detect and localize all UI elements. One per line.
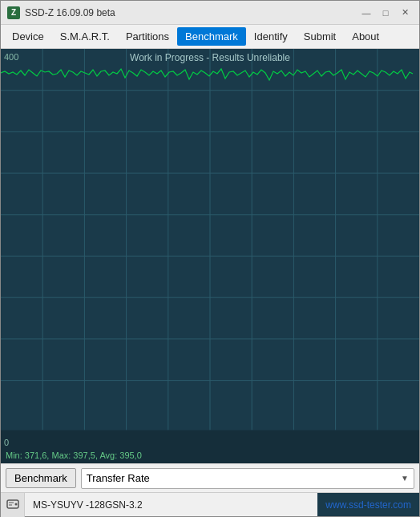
chart-area: Work in Progress - Results Unreliable 40… <box>1 49 419 463</box>
device-label: MS-YSUYV -128GSN-3.2 <box>25 499 317 511</box>
menu-item-partitions[interactable]: Partitions <box>118 27 177 46</box>
status-bar: MS-YSUYV -128GSN-3.2 www.ssd-tester.com <box>1 492 419 516</box>
menu-item-benchmark[interactable]: Benchmark <box>177 27 246 46</box>
status-icon <box>1 493 25 517</box>
window-controls: — □ ✕ <box>358 5 413 21</box>
svg-point-20 <box>14 503 17 505</box>
menu-item-smart[interactable]: S.M.A.R.T. <box>52 27 118 46</box>
chevron-down-icon: ▼ <box>401 474 409 483</box>
menu-item-device[interactable]: Device <box>4 27 52 46</box>
chart-stats: Min: 371,6, Max: 397,5, Avg: 395,0 <box>6 450 142 460</box>
transfer-rate-dropdown[interactable]: Transfer Rate ▼ <box>81 468 414 489</box>
menu-item-about[interactable]: About <box>344 27 387 46</box>
chart-y-min: 0 <box>4 438 9 447</box>
title-bar: Z SSD-Z 16.09.09 beta — □ ✕ <box>1 1 419 25</box>
menu-item-submit[interactable]: Submit <box>296 27 344 46</box>
main-window: Z SSD-Z 16.09.09 beta — □ ✕ Device S.M.A… <box>0 0 420 517</box>
app-icon: Z <box>7 6 20 19</box>
chart-title: Work in Progress - Results Unreliable <box>130 52 290 63</box>
bottom-toolbar: Benchmark Transfer Rate ▼ <box>1 463 419 492</box>
drive-icon <box>6 498 20 512</box>
minimize-button[interactable]: — <box>358 5 374 21</box>
chart-svg <box>1 49 419 463</box>
window-title: SSD-Z 16.09.09 beta <box>25 7 358 18</box>
maximize-button[interactable]: □ <box>378 5 394 21</box>
benchmark-button[interactable]: Benchmark <box>6 468 76 488</box>
dropdown-value: Transfer Rate <box>87 472 150 484</box>
chart-y-max: 400 <box>4 52 18 62</box>
website-link[interactable]: www.ssd-tester.com <box>317 493 419 516</box>
menu-bar: Device S.M.A.R.T. Partitions Benchmark I… <box>1 25 419 49</box>
menu-item-identify[interactable]: Identify <box>246 27 296 46</box>
close-button[interactable]: ✕ <box>397 5 413 21</box>
